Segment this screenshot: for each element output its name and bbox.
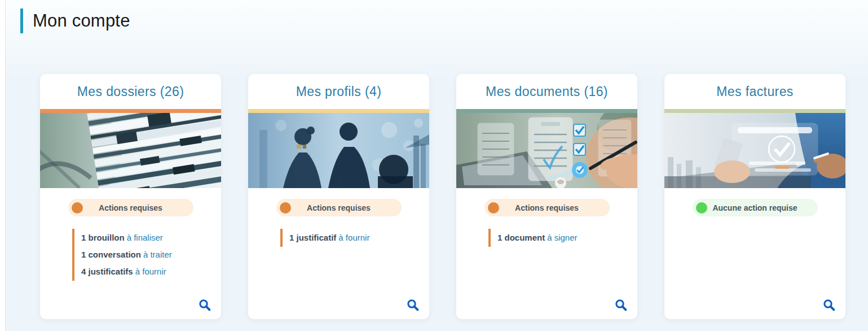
action-item-action: à signer	[547, 233, 577, 242]
page-header: Mon compte	[20, 8, 130, 33]
badge-row: Actions requises	[40, 199, 221, 216]
action-item-count: 4 justificatifs	[81, 267, 133, 276]
action-item-action: à finaliser	[127, 233, 163, 242]
card-search-button[interactable]	[197, 298, 212, 312]
status-badge-label: Aucune action requise	[712, 203, 797, 212]
stacked-binders-photo	[40, 113, 221, 188]
action-item-action: à traiter	[143, 250, 172, 259]
magnifier-icon	[406, 298, 420, 312]
action-item[interactable]: 1 justificatifà fournir	[289, 232, 420, 243]
card-search-button[interactable]	[614, 298, 628, 312]
page-title: Mon compte	[33, 11, 130, 31]
action-item-count: 1 conversation	[81, 250, 141, 259]
cards-row: Mes dossiers (26)	[40, 74, 845, 319]
action-item-count: 1 document	[497, 233, 545, 242]
status-dot-icon	[280, 202, 291, 214]
status-badge: Actions requises	[484, 199, 610, 216]
magnifier-icon	[198, 298, 212, 312]
status-badge-label: Actions requises	[99, 203, 162, 212]
digital-checklist-photo	[456, 113, 637, 188]
action-item-count: 1 brouillon	[81, 233, 125, 242]
status-badge-label: Actions requises	[307, 203, 371, 212]
card-mes-factures[interactable]: Mes factures	[664, 74, 845, 319]
people-silhouettes-photo	[248, 113, 429, 188]
status-dot-icon	[72, 202, 83, 214]
card-title: Mes dossiers (26)	[40, 74, 221, 109]
card-mes-dossiers[interactable]: Mes dossiers (26)	[40, 74, 221, 319]
action-items-list: 1 documentà signer	[488, 229, 628, 247]
status-badge: Aucune action requise	[693, 199, 818, 216]
magnifier-icon	[822, 298, 836, 312]
action-items-list: 1 justificatifà fournir	[280, 229, 420, 247]
badge-row: Actions requises	[456, 199, 637, 216]
action-item-count: 1 justificatif	[289, 233, 336, 242]
title-accent-bar	[20, 8, 23, 33]
card-accent-bar	[664, 109, 845, 113]
status-badge: Actions requises	[276, 199, 402, 216]
action-item[interactable]: 4 justificatifsà fournir	[81, 266, 212, 277]
action-item[interactable]: 1 conversationà traiter	[81, 249, 212, 260]
card-search-button[interactable]	[406, 298, 420, 312]
left-rail	[0, 0, 6, 331]
card-search-button[interactable]	[822, 298, 836, 312]
action-item[interactable]: 1 brouillonà finaliser	[81, 232, 212, 243]
action-items-list: 1 brouillonà finaliser 1 conversationà t…	[72, 229, 212, 281]
badge-row: Actions requises	[248, 199, 429, 216]
card-mes-documents[interactable]: Mes documents (16)	[456, 74, 637, 319]
magnifier-icon	[614, 298, 628, 312]
card-accent-bar	[40, 109, 221, 113]
status-badge: Actions requises	[68, 199, 193, 216]
status-badge-label: Actions requises	[515, 203, 579, 212]
card-title: Mes profils (4)	[248, 74, 429, 109]
status-dot-icon	[696, 202, 707, 214]
card-mes-profils[interactable]: Mes profils (4)	[248, 74, 429, 319]
badge-row: Aucune action requise	[664, 199, 845, 216]
card-title: Mes documents (16)	[456, 74, 637, 109]
invoice-validation-photo	[664, 113, 845, 188]
card-accent-bar	[456, 109, 637, 113]
status-dot-icon	[488, 202, 499, 214]
action-item-action: à fournir	[135, 267, 166, 276]
action-item-action: à fournir	[338, 233, 369, 242]
card-accent-bar	[248, 109, 429, 113]
card-title: Mes factures	[664, 74, 845, 109]
action-item[interactable]: 1 documentà signer	[497, 232, 628, 243]
